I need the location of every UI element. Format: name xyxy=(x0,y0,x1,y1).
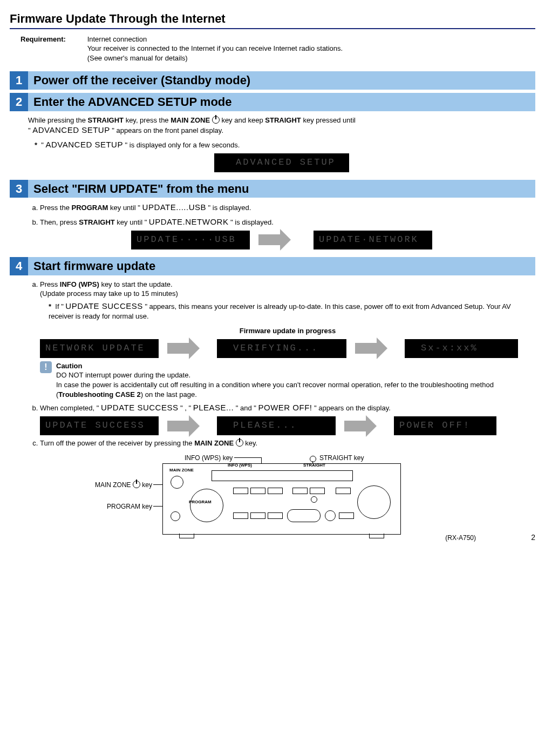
s4c-pre: Turn off the power of the receiver by pr… xyxy=(40,439,194,447)
step-3-body: Press the PROGRAM key until " UPDATE....… xyxy=(28,202,535,249)
step-4-title: Start firmware update xyxy=(28,257,161,275)
s4c-post: key. xyxy=(245,439,257,447)
s4b-pre: When completed, " xyxy=(40,404,101,412)
step-3-title: Select "FIRM UPDATE" from the menu xyxy=(28,180,254,198)
step-2-text-b: key, press the xyxy=(124,116,171,124)
requirement-body: Internet connection Your receiver is con… xyxy=(87,35,530,63)
power-icon xyxy=(133,481,140,488)
s4a-sub: (Update process may take up to 15 minute… xyxy=(40,289,535,299)
s3b-mid: key until " xyxy=(115,218,149,226)
step-2-bar: 2 Enter the ADVANCED SETUP mode xyxy=(10,93,535,111)
note-open: " xyxy=(41,141,45,149)
s4b-s3: POWER OFF! xyxy=(258,403,312,412)
step-2-text-d: key pressed until xyxy=(301,116,356,124)
s4a-star: * xyxy=(49,302,51,310)
step-2-number: 2 xyxy=(10,93,28,111)
requirement-block: Requirement: Internet connection Your re… xyxy=(21,35,535,63)
progress-caption: Firmware update in progress xyxy=(40,326,535,336)
lcd-power-off: POWER OFF! xyxy=(394,416,496,435)
step-3a: Press the PROGRAM key until " UPDATE....… xyxy=(40,202,535,213)
step-1-bar: 1 Power off the receiver (Standby mode) xyxy=(10,71,535,90)
s3a-end: " is displayed. xyxy=(206,204,251,212)
update-usb-text: UPDATE.....USB xyxy=(142,202,206,212)
mainzone-button xyxy=(171,476,183,489)
update-network-text: UPDATE.NETWORK xyxy=(149,217,229,226)
requirement-label: Requirement: xyxy=(21,35,85,44)
arrow-icon xyxy=(258,234,280,245)
step-4-body: Press INFO (WPS) key to start the update… xyxy=(28,280,535,525)
power-icon xyxy=(236,439,243,447)
key-mainzone: MAIN ZONE xyxy=(171,116,210,124)
key-info: INFO (WPS) xyxy=(60,280,99,288)
arrow-icon xyxy=(167,343,189,354)
requirement-line-2: Your receiver is connected to the Intern… xyxy=(87,44,343,52)
input-knob xyxy=(190,489,223,522)
s4a-pre: Press xyxy=(40,280,60,288)
key-mainzone-2: MAIN ZONE xyxy=(194,439,234,447)
requirement-line-1: Internet connection xyxy=(87,35,147,43)
model-label: (RX-A750) xyxy=(445,534,476,542)
label-info-key: INFO (WPS) key xyxy=(185,454,233,462)
usb-port xyxy=(287,509,321,522)
label-mainzone-key: MAIN ZONE key xyxy=(71,481,152,489)
quote-open: " xyxy=(28,126,32,134)
s3a-mid: key until " xyxy=(108,204,142,212)
caution-line-2c: ) on the last page. xyxy=(141,390,197,399)
small-label-mainzone: MAIN ZONE xyxy=(169,468,194,474)
step-2-text-c: key and keep xyxy=(220,116,265,124)
quote-close: " appears on the front panel display. xyxy=(110,126,223,134)
lcd-update-network: UPDATE·NETWORK xyxy=(314,231,432,249)
caution-line-1: DO NOT interrupt power during the update… xyxy=(56,370,535,380)
caution-icon: ! xyxy=(40,361,52,373)
step-1-number: 1 xyxy=(10,71,28,90)
step-2-title: Enter the ADVANCED SETUP mode xyxy=(28,93,237,111)
step-2-body: While pressing the STRAIGHT key, press t… xyxy=(28,116,535,172)
lcd-update-success: UPDATE SUCCESS xyxy=(40,416,159,435)
update-success-text: UPDATE SUCCESS xyxy=(65,301,142,310)
page-title: Firmware Update Through the Internet xyxy=(10,11,535,29)
caution-title: Caution xyxy=(56,361,535,371)
volume-knob xyxy=(357,485,391,519)
advanced-setup-text: ADVANCED SETUP xyxy=(32,125,110,134)
s4a-post: key to start the update. xyxy=(99,280,173,288)
step-4b: When completed, " UPDATE SUCCESS " , " P… xyxy=(40,402,535,435)
lcd-network-update: NETWORK UPDATE xyxy=(40,339,159,358)
troubleshooting-ref: Troubleshooting CASE 2 xyxy=(58,390,140,399)
note-close: " is displayed only for a few seconds. xyxy=(123,141,240,149)
s4b-end: " appears on the display. xyxy=(312,404,390,412)
s4b-s1: UPDATE SUCCESS xyxy=(101,403,178,412)
s3a-pre: Press the xyxy=(40,204,72,212)
lcd-update-usb: UPDATE·····USB xyxy=(131,231,250,249)
step-4a: Press INFO (WPS) key to start the update… xyxy=(40,280,535,400)
step-3-bar: 3 Select "FIRM UPDATE" from the menu xyxy=(10,180,535,198)
advanced-setup-text-2: ADVANCED SETUP xyxy=(46,140,123,149)
lcd-advanced-setup: ADVANCED SETUP xyxy=(214,153,349,172)
arrow-icon xyxy=(167,421,189,431)
key-straight-2: STRAIGHT xyxy=(265,116,301,124)
step-3-number: 3 xyxy=(10,180,28,198)
lcd-please: PLEASE... xyxy=(217,416,336,435)
key-program: PROGRAM xyxy=(72,204,108,212)
arrow-icon xyxy=(355,343,377,354)
s4b-mid2: " and " xyxy=(234,404,258,412)
s4a-star-a: If " xyxy=(55,302,65,310)
step-3b: Then, press STRAIGHT key until " UPDATE.… xyxy=(40,217,535,227)
device-diagram: INFO (WPS) key STRAIGHT key MAIN ZONE ke… xyxy=(93,454,471,525)
lcd-verifying: VERIFYING... xyxy=(217,339,346,358)
requirement-line-3: (See owner's manual for details) xyxy=(87,54,188,62)
step-4-bar: 4 Start firmware update xyxy=(10,257,535,275)
lcd-progress: Sx-x:xx% xyxy=(405,339,518,358)
s3b-end: " is displayed. xyxy=(228,218,273,226)
power-icon xyxy=(212,116,220,124)
step-2-text-a: While pressing the xyxy=(28,116,88,124)
step-4-number: 4 xyxy=(10,257,28,275)
small-label-straight: STRAIGHT xyxy=(303,463,325,469)
key-straight-3: STRAIGHT xyxy=(79,218,114,226)
step-4c: Turn off the power of the receiver by pr… xyxy=(40,438,535,448)
note-asterisk: * xyxy=(35,141,37,149)
s4b-s2: PLEASE... xyxy=(193,403,234,412)
straight-indicator-circle xyxy=(310,456,316,462)
display-panel xyxy=(212,470,353,481)
s3b-pre: Then, press xyxy=(40,218,79,226)
key-straight: STRAIGHT xyxy=(88,116,124,124)
